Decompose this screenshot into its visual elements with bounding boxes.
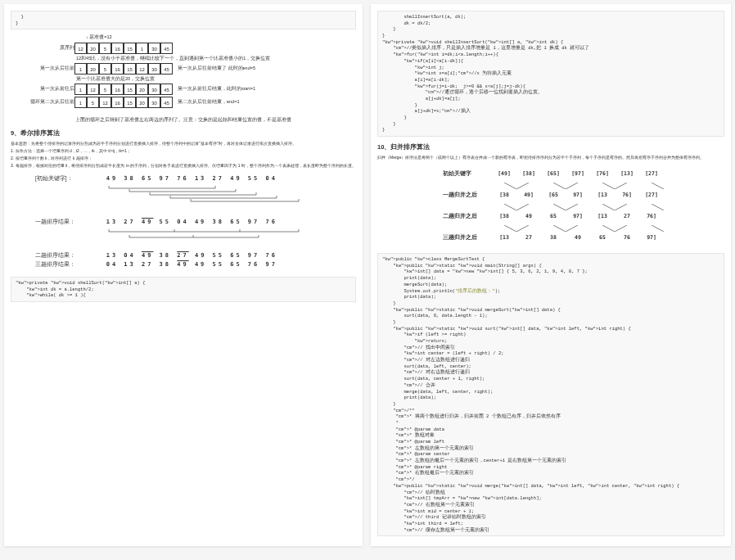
- array-cell: 20: [87, 63, 99, 75]
- section-9-desc: 基本思想：先将整个待排序的记录序列分割成为若干子序列分别进行直接插入排序，待整个…: [11, 141, 356, 147]
- merge-value: 97]: [566, 192, 590, 198]
- merge-value: [27]: [639, 170, 664, 177]
- merge-value: 27: [516, 234, 541, 241]
- diagram-note: 第一个比基准值大的是20，交换位置: [76, 76, 356, 82]
- merge-value: 49: [516, 213, 541, 219]
- merge-value: 97]: [566, 213, 590, 219]
- array-cell: 5: [87, 97, 99, 108]
- array-cell: 20: [136, 97, 148, 108]
- array-cell: 45: [160, 63, 173, 75]
- row-label: 第一次从后往前: [27, 65, 74, 71]
- array-cell: 1: [74, 97, 87, 108]
- row-note: 第二次从后往前结束，end=1: [178, 99, 239, 105]
- merge-value: [13]: [615, 170, 639, 177]
- row-label: 第一次从前往后: [27, 86, 74, 92]
- merge-value: [76]: [590, 170, 615, 177]
- right-page: shellInsertSort(a, dk); dk = dk/2; } } "…: [371, 4, 731, 546]
- shell-init-label: [初始关键字]：: [35, 175, 105, 183]
- merge-row-label: 初始关键字: [443, 170, 492, 178]
- merge-value: 76: [615, 234, 639, 241]
- array-cell: 45: [160, 84, 173, 95]
- merge-value: [97]: [566, 170, 590, 177]
- array-cell: 15: [124, 63, 136, 75]
- array-cell: 16: [111, 97, 124, 108]
- array-cell: 5: [99, 63, 111, 75]
- merge-value: 49: [566, 234, 590, 241]
- quicksort-diagram: ↓ 基准值=12 原序列1220516151304512和45比，没有小于基准值…: [11, 34, 356, 123]
- array-cell: 30: [148, 97, 160, 108]
- merge-value: 27: [615, 213, 639, 219]
- array-cell: 30: [148, 63, 160, 75]
- array-cell: 15: [124, 97, 136, 108]
- merge-value: [38]: [516, 170, 541, 177]
- array-cell: 20: [87, 43, 99, 54]
- section-10-title: 10、归并排序算法: [377, 143, 724, 151]
- array-cell: 12: [74, 43, 87, 54]
- row-label: 循环第二次从后往前: [27, 99, 74, 105]
- diagram-note: 12和45比，没有小于基准值，继续比较下一个，直到遇到第一个比基准值小的1，交换…: [76, 56, 356, 61]
- mergesort-diagram: 初始关键字[49][38][65][97][76][13][27]一趟归并之后[…: [377, 162, 724, 250]
- array-cell: 1: [136, 43, 148, 54]
- array-cell: 12: [136, 63, 148, 75]
- array-cell: 16: [111, 84, 124, 95]
- pivot-label: 基准值=12: [89, 34, 111, 39]
- merge-connector: [492, 204, 659, 208]
- array-cell: 5: [99, 84, 111, 95]
- merge-value: 65: [541, 213, 566, 219]
- merge-row-label: 二趟归并之后: [443, 213, 492, 220]
- row-note: 第一次从前往后结束，此时的start=1: [178, 86, 255, 92]
- merge-value: 65: [590, 234, 615, 241]
- shell-init-values: 49 38 65 97 76 13 27 49 55 04: [106, 175, 277, 182]
- quicksort-summary: 上面的循环之后得到了基准值左右两边的序列了。注意：交换的是起始和结束位置的值，不…: [11, 116, 356, 123]
- array-cell: 30: [148, 43, 160, 54]
- shellsort-diagram: [初始关键字]： 49 38 65 97 76 13 27 49 55 04 一…: [11, 170, 356, 273]
- array-cell: 15: [124, 43, 136, 54]
- array-cell: 45: [160, 97, 173, 108]
- merge-value: 38: [541, 234, 566, 241]
- step-text: 2. 按增量序列个数 k，对序列进行 k 趟排序；: [11, 156, 356, 161]
- code-shellsort: "kw">private "kw">void shellSort("kw">in…: [11, 277, 356, 302]
- row-note: 第一次从后往前结束了 此时的end=5: [178, 65, 255, 71]
- merge-value: [38: [492, 213, 516, 219]
- array-cell: 15: [124, 84, 136, 95]
- merge-value: [13: [590, 213, 615, 219]
- array-cell: 1: [74, 84, 87, 95]
- merge-value: 76]: [639, 213, 664, 219]
- shell-pass2-label: 二趟排序结果：: [35, 252, 105, 260]
- shell-pass1-values: 13 27 49 55 04 49 38 65 97 76: [106, 219, 277, 225]
- merge-value: [13: [590, 192, 615, 198]
- shell-pass3-label: 三趟排序结果：: [35, 261, 105, 269]
- array-cell: 1: [74, 63, 87, 75]
- merge-value: [49]: [492, 170, 516, 177]
- shell-pass2-values: 13 04 49 38 27 49 55 65 97 76: [106, 252, 277, 259]
- code-snippet-top: } }: [11, 11, 356, 29]
- section-9-title: 9、希尔排序算法: [11, 129, 356, 138]
- step-text: 1. 操作方法：选择一个增量序列 d，t2，…，tk，其中 ti>tj，tk=1…: [11, 148, 356, 154]
- section-10-desc: 归并（Merge）排序法是将两个（或两个以上）有序表合并成一个新的有序表，即把待…: [377, 155, 724, 160]
- merge-row-label: 一趟归并之后: [443, 192, 492, 199]
- merge-value: 49]: [516, 192, 541, 198]
- array-cell: 20: [136, 84, 148, 95]
- array-cell: 16: [111, 63, 124, 75]
- merge-value: 97]: [639, 234, 664, 241]
- merge-connector: [492, 225, 659, 229]
- shell-pass1-label: 一趟排序结果：: [35, 219, 105, 226]
- shell-bracket-1: [105, 184, 318, 217]
- merge-value: [13: [492, 234, 516, 241]
- merge-connector: [492, 183, 659, 187]
- merge-value: 76]: [615, 192, 639, 198]
- row-label: 原序列: [27, 45, 74, 51]
- array-cell: 12: [87, 84, 99, 95]
- array-cell: 12: [99, 97, 111, 108]
- code-mergesort: "kw">public "kw">class MergeSortTest { "…: [377, 253, 724, 536]
- merge-value: [65: [541, 192, 566, 198]
- left-page: } } ↓ 基准值=12 原序列1220516151304512和45比，没有小…: [4, 4, 363, 546]
- shell-bracket-2: [105, 228, 318, 251]
- array-cell: 5: [99, 43, 111, 54]
- array-cell: 30: [148, 84, 160, 95]
- merge-value: [27]: [639, 192, 664, 198]
- merge-value: [65]: [541, 170, 566, 177]
- array-cell: 45: [160, 43, 173, 54]
- step-text: 3. 每趟排序，根据对应的增量 ti，将待排序列分割成若干长度为 m 的子序列，…: [11, 163, 356, 169]
- array-cell: 16: [111, 43, 124, 54]
